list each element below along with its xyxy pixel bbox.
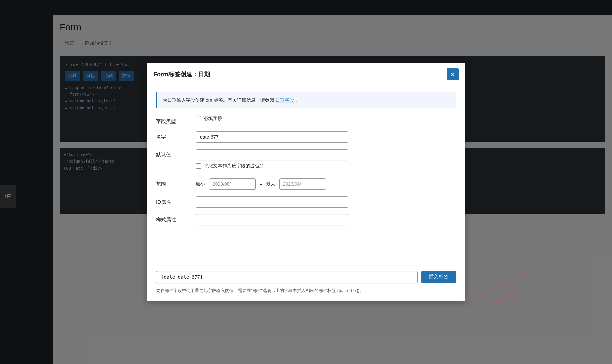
modal-footer: 插入标签 要在邮件字段中使用通过此字段输入的值，需要在"邮件"选项卡上的字段中插…: [147, 265, 465, 301]
info-text: 为日期输入字段创建form标签。有关详细信息，请参阅: [163, 97, 274, 103]
name-row: 名字: [156, 131, 456, 143]
footer-note: 要在邮件字段中使用通过此字段输入的值，需要在"邮件"选项卡上的字段中插入相应的邮…: [156, 287, 456, 294]
modal-body: 为日期输入字段创建form标签。有关详细信息，请参阅 日期字段 。 字段类型 必…: [147, 86, 465, 265]
name-label: 名字: [156, 131, 196, 140]
range-control: 最小 – 最大: [196, 178, 348, 190]
modal-header: Form标签创建：日期 ×: [147, 63, 465, 86]
shortcode-row: 插入标签: [156, 271, 456, 283]
range-inputs: 最小 – 最大: [196, 178, 348, 190]
default-value-row: 默认值 将此文本作为该字段的占位符: [156, 149, 456, 172]
required-checkbox[interactable]: [196, 116, 201, 121]
modal-dialog: Form标签创建：日期 × 为日期输入字段创建form标签。有关详细信息，请参阅…: [147, 63, 465, 301]
default-value-label: 默认值: [156, 149, 196, 158]
dash-separator: –: [260, 181, 262, 187]
field-type-control: 必填字段: [196, 116, 348, 124]
info-text-end: 。: [295, 97, 300, 103]
shortcode-input[interactable]: [156, 271, 418, 283]
name-control: [196, 131, 348, 143]
default-value-input[interactable]: [196, 149, 348, 160]
modal-close-button[interactable]: ×: [447, 68, 459, 80]
style-attr-control: [196, 214, 348, 225]
required-checkbox-row: 必填字段: [196, 116, 348, 122]
placeholder-checkbox[interactable]: [196, 163, 201, 169]
info-box: 为日期输入字段创建form标签。有关详细信息，请参阅 日期字段 。: [156, 92, 456, 108]
name-input[interactable]: [196, 131, 348, 143]
field-type-label: 字段类型: [156, 116, 196, 125]
style-attr-row: 样式属性: [156, 214, 456, 225]
info-link[interactable]: 日期字段: [275, 97, 294, 103]
required-checkbox-label[interactable]: 必填字段: [204, 116, 222, 122]
min-date-input[interactable]: [209, 178, 256, 190]
style-attr-label: 样式属性: [156, 214, 196, 223]
range-label: 范围: [156, 178, 196, 187]
insert-tag-button[interactable]: 插入标签: [421, 271, 456, 283]
style-attr-input[interactable]: [196, 214, 348, 225]
max-date-input[interactable]: [279, 178, 326, 190]
range-row: 范围 最小 – 最大: [156, 178, 456, 190]
id-attr-input[interactable]: [196, 196, 348, 208]
default-value-control: 将此文本作为该字段的占位符: [196, 149, 348, 172]
min-label: 最小: [196, 181, 205, 187]
max-label: 最大: [266, 181, 275, 187]
field-type-row: 字段类型 必填字段: [156, 116, 456, 125]
modal-title: Form标签创建：日期: [153, 70, 210, 78]
id-attr-label: ID属性: [156, 196, 196, 205]
placeholder-checkbox-row: 将此文本作为该字段的占位符: [196, 163, 348, 169]
placeholder-checkbox-label[interactable]: 将此文本作为该字段的占位符: [204, 163, 264, 169]
id-attr-control: [196, 196, 348, 208]
id-attr-row: ID属性: [156, 196, 456, 208]
